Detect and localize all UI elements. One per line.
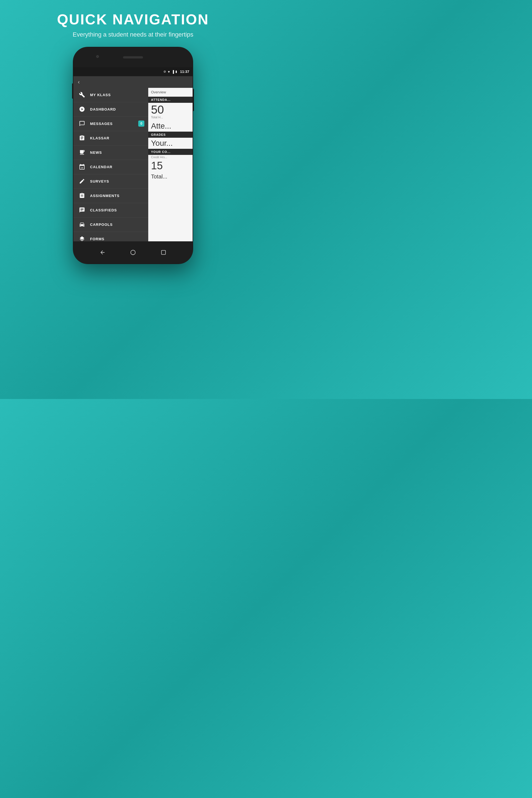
right-panel: Overview ATTENDA... 50 Total H... Atte..… (148, 88, 193, 241)
sidebar-item-carpools[interactable]: CARPOOLS (73, 217, 148, 232)
speaker (123, 56, 143, 58)
clipboard-icon (78, 191, 86, 200)
classifieds-icon (78, 206, 86, 214)
attendance-label: Total H... (148, 116, 193, 120)
sidebar-item-assignments[interactable]: ASSIGNMENTS (73, 189, 148, 203)
car-icon (78, 220, 86, 229)
grades-section-header: GRADES (148, 132, 193, 138)
calendar-icon: 10 (78, 163, 86, 171)
prohibited-icon: ⊘ (164, 70, 166, 73)
pencil-icon (78, 177, 86, 185)
sidebar-item-forms[interactable]: FORMS (73, 232, 148, 241)
sidebar-item-klassar[interactable]: KlassAR (73, 131, 148, 146)
back-button[interactable] (99, 249, 107, 256)
overview-label: Overview (148, 88, 193, 97)
book-icon (78, 134, 86, 142)
sidebar-item-messages[interactable]: MESSAGES 0 (73, 117, 148, 131)
message-icon (78, 119, 86, 128)
signal-icon: ▐ (172, 70, 174, 73)
svg-text:10: 10 (81, 167, 83, 169)
status-bar: ⊘ ▼ ▐ ▮ 11:37 (73, 67, 193, 76)
credit-number: 15 (148, 159, 193, 172)
sidebar-item-forms-label: FORMS (90, 237, 104, 241)
dashboard-icon (78, 105, 86, 113)
battery-icon: ▮ (175, 70, 177, 73)
phone-screen: ⊘ ▼ ▐ ▮ 11:37 ‹ (73, 67, 193, 241)
grades-text: Your... (148, 138, 193, 149)
sidebar-item-my-klass-label: MY KLASS (90, 93, 111, 97)
attendance-section-header: ATTENDA... (148, 97, 193, 103)
front-camera (96, 55, 99, 58)
courses-section-header: YOUR CO... (148, 149, 193, 155)
sidebar-item-dashboard-label: DASHBOARD (90, 107, 116, 111)
sidebar-item-surveys-label: SURVEYS (90, 179, 109, 184)
phone-top-bezel (73, 48, 193, 67)
page-subtitle: Everything a student needs at their fing… (57, 31, 209, 39)
sidebar-item-classifieds[interactable]: CLASSIFIEDS (73, 203, 148, 217)
attendance-text: Atte... (148, 120, 193, 132)
sidebar-item-my-klass[interactable]: MY KLASS (73, 88, 148, 102)
nav-menu: MY KLASS DASHBOARD (73, 88, 148, 241)
page-title: QUICK NAVIGATION (57, 11, 209, 28)
layers-icon (78, 235, 86, 241)
nav-top-bar: ‹ (73, 76, 193, 88)
phone-mockup: ⊘ ▼ ▐ ▮ 11:37 ‹ (73, 48, 193, 264)
phone-bottom-bezel (73, 241, 193, 264)
sidebar-item-surveys[interactable]: SURVEYS (73, 174, 148, 189)
sidebar-item-dashboard[interactable]: DASHBOARD (73, 102, 148, 117)
sidebar-item-calendar[interactable]: 10 CALENDAR (73, 160, 148, 174)
sidebar-item-assignments-label: ASSIGNMENTS (90, 194, 119, 198)
wifi-icon: ▼ (167, 70, 170, 73)
svg-point-1 (131, 250, 135, 255)
newspaper-icon (78, 148, 86, 156)
total-label: Total... (148, 172, 193, 181)
page-header: QUICK NAVIGATION Everything a student ne… (57, 11, 209, 39)
sidebar-item-calendar-label: CALENDAR (90, 165, 113, 169)
sidebar-item-messages-label: MESSAGES (90, 122, 113, 126)
status-time: 11:37 (180, 70, 189, 74)
back-arrow-icon[interactable]: ‹ (78, 79, 80, 85)
sidebar-item-klassar-label: KlassAR (90, 136, 110, 140)
sidebar-item-news[interactable]: NEWS (73, 146, 148, 160)
home-button[interactable] (129, 249, 137, 256)
svg-rect-2 (162, 250, 166, 254)
screen-content: MY KLASS DASHBOARD (73, 88, 193, 241)
recents-button[interactable] (159, 249, 167, 256)
credit-label: Credit Hrs... (148, 155, 193, 159)
sidebar-item-carpools-label: CARPOOLS (90, 223, 113, 227)
wrench-icon (78, 91, 86, 99)
messages-badge: 0 (138, 120, 144, 127)
screen-body: ‹ MY KLASS (73, 76, 193, 241)
sidebar-item-news-label: NEWS (90, 150, 102, 155)
attendance-number: 50 (148, 103, 193, 116)
sidebar-item-classifieds-label: CLASSIFIEDS (90, 208, 117, 212)
status-icons: ⊘ ▼ ▐ ▮ 11:37 (164, 70, 189, 74)
